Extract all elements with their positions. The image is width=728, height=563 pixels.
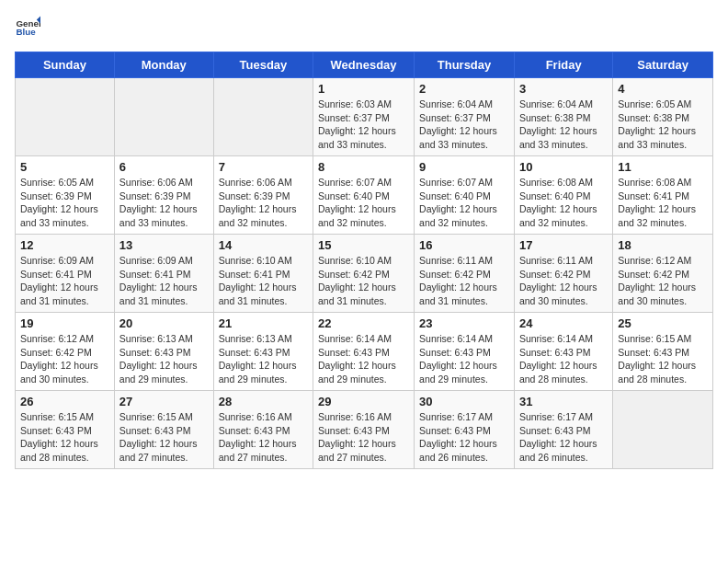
day-number: 25	[618, 316, 708, 330]
day-number: 5	[20, 160, 109, 174]
dow-header: Monday	[114, 52, 213, 78]
calendar-cell: 26Sunrise: 6:15 AMSunset: 6:43 PMDayligh…	[16, 391, 115, 469]
day-number: 14	[219, 238, 308, 252]
calendar-cell	[613, 391, 713, 469]
day-number: 23	[419, 316, 509, 330]
day-number: 28	[219, 395, 308, 408]
day-info: Sunrise: 6:11 AMSunset: 6:42 PMDaylight:…	[519, 254, 608, 308]
day-number: 7	[219, 160, 308, 174]
calendar-cell: 21Sunrise: 6:13 AMSunset: 6:43 PMDayligh…	[213, 313, 313, 391]
day-info: Sunrise: 6:09 AMSunset: 6:41 PMDaylight:…	[20, 254, 109, 308]
dow-header: Saturday	[613, 52, 713, 78]
day-info: Sunrise: 6:16 AMSunset: 6:43 PMDaylight:…	[318, 410, 409, 465]
calendar-cell: 3Sunrise: 6:04 AMSunset: 6:38 PMDaylight…	[514, 78, 612, 156]
calendar-cell: 5Sunrise: 6:05 AMSunset: 6:39 PMDaylight…	[16, 156, 115, 235]
day-number: 27	[119, 395, 209, 408]
calendar-cell: 20Sunrise: 6:13 AMSunset: 6:43 PMDayligh…	[114, 313, 213, 391]
day-number: 20	[119, 316, 209, 330]
calendar-cell	[213, 78, 313, 156]
logo: General Blue	[15, 15, 40, 40]
calendar-cell: 28Sunrise: 6:16 AMSunset: 6:43 PMDayligh…	[213, 391, 313, 469]
calendar-body: 1Sunrise: 6:03 AMSunset: 6:37 PMDaylight…	[16, 78, 713, 469]
calendar-cell: 9Sunrise: 6:07 AMSunset: 6:40 PMDaylight…	[415, 156, 515, 235]
day-number: 30	[419, 395, 509, 408]
day-number: 15	[318, 238, 409, 252]
calendar-cell: 31Sunrise: 6:17 AMSunset: 6:43 PMDayligh…	[514, 391, 612, 469]
calendar-table: SundayMondayTuesdayWednesdayThursdayFrid…	[15, 52, 713, 469]
calendar-cell: 13Sunrise: 6:09 AMSunset: 6:41 PMDayligh…	[114, 235, 213, 313]
calendar-cell: 15Sunrise: 6:10 AMSunset: 6:42 PMDayligh…	[313, 235, 415, 313]
day-info: Sunrise: 6:07 AMSunset: 6:40 PMDaylight:…	[419, 176, 509, 230]
day-number: 24	[519, 316, 608, 330]
day-info: Sunrise: 6:11 AMSunset: 6:42 PMDaylight:…	[419, 254, 509, 308]
day-info: Sunrise: 6:04 AMSunset: 6:38 PMDaylight:…	[519, 98, 608, 152]
day-info: Sunrise: 6:14 AMSunset: 6:43 PMDaylight:…	[318, 332, 409, 386]
day-number: 29	[318, 395, 409, 408]
logo-icon: General Blue	[15, 15, 40, 40]
dow-header: Wednesday	[313, 52, 415, 78]
day-info: Sunrise: 6:08 AMSunset: 6:41 PMDaylight:…	[618, 176, 708, 230]
calendar-cell: 29Sunrise: 6:16 AMSunset: 6:43 PMDayligh…	[313, 391, 415, 469]
day-info: Sunrise: 6:07 AMSunset: 6:40 PMDaylight:…	[318, 176, 409, 230]
day-number: 12	[20, 238, 109, 252]
day-info: Sunrise: 6:10 AMSunset: 6:42 PMDaylight:…	[318, 254, 409, 308]
dow-header: Tuesday	[213, 52, 313, 78]
day-info: Sunrise: 6:17 AMSunset: 6:43 PMDaylight:…	[419, 410, 509, 465]
day-info: Sunrise: 6:05 AMSunset: 6:39 PMDaylight:…	[20, 176, 109, 230]
page-header: General Blue	[15, 15, 713, 40]
dow-header: Friday	[514, 52, 612, 78]
calendar-cell: 12Sunrise: 6:09 AMSunset: 6:41 PMDayligh…	[16, 235, 115, 313]
day-number: 21	[219, 316, 308, 330]
day-info: Sunrise: 6:15 AMSunset: 6:43 PMDaylight:…	[119, 410, 209, 465]
day-info: Sunrise: 6:12 AMSunset: 6:42 PMDaylight:…	[618, 254, 708, 308]
day-number: 11	[618, 160, 708, 174]
day-info: Sunrise: 6:03 AMSunset: 6:37 PMDaylight:…	[318, 98, 409, 152]
calendar-cell: 10Sunrise: 6:08 AMSunset: 6:40 PMDayligh…	[514, 156, 612, 235]
day-number: 22	[318, 316, 409, 330]
day-info: Sunrise: 6:08 AMSunset: 6:40 PMDaylight:…	[519, 176, 608, 230]
calendar-cell: 30Sunrise: 6:17 AMSunset: 6:43 PMDayligh…	[415, 391, 515, 469]
day-number: 31	[519, 395, 608, 408]
day-number: 19	[20, 316, 109, 330]
day-info: Sunrise: 6:05 AMSunset: 6:38 PMDaylight:…	[618, 98, 708, 152]
day-number: 6	[119, 160, 209, 174]
calendar-cell: 23Sunrise: 6:14 AMSunset: 6:43 PMDayligh…	[415, 313, 515, 391]
day-info: Sunrise: 6:09 AMSunset: 6:41 PMDaylight:…	[119, 254, 209, 308]
day-number: 2	[419, 82, 509, 96]
calendar-cell: 4Sunrise: 6:05 AMSunset: 6:38 PMDaylight…	[613, 78, 713, 156]
calendar-cell: 2Sunrise: 6:04 AMSunset: 6:37 PMDaylight…	[415, 78, 515, 156]
calendar-cell: 1Sunrise: 6:03 AMSunset: 6:37 PMDaylight…	[313, 78, 415, 156]
day-info: Sunrise: 6:14 AMSunset: 6:43 PMDaylight:…	[519, 332, 608, 386]
calendar-cell: 11Sunrise: 6:08 AMSunset: 6:41 PMDayligh…	[613, 156, 713, 235]
calendar-cell: 7Sunrise: 6:06 AMSunset: 6:39 PMDaylight…	[213, 156, 313, 235]
calendar-cell: 18Sunrise: 6:12 AMSunset: 6:42 PMDayligh…	[613, 235, 713, 313]
day-info: Sunrise: 6:12 AMSunset: 6:42 PMDaylight:…	[20, 332, 109, 386]
day-number: 1	[318, 82, 409, 96]
day-number: 13	[119, 238, 209, 252]
day-number: 4	[618, 82, 708, 96]
calendar-cell: 24Sunrise: 6:14 AMSunset: 6:43 PMDayligh…	[514, 313, 612, 391]
calendar-cell: 14Sunrise: 6:10 AMSunset: 6:41 PMDayligh…	[213, 235, 313, 313]
calendar-header: SundayMondayTuesdayWednesdayThursdayFrid…	[16, 52, 713, 78]
day-number: 18	[618, 238, 708, 252]
dow-header: Sunday	[16, 52, 115, 78]
dow-header: Thursday	[415, 52, 515, 78]
day-info: Sunrise: 6:04 AMSunset: 6:37 PMDaylight:…	[419, 98, 509, 152]
svg-text:Blue: Blue	[16, 27, 36, 37]
calendar-cell: 6Sunrise: 6:06 AMSunset: 6:39 PMDaylight…	[114, 156, 213, 235]
day-info: Sunrise: 6:16 AMSunset: 6:43 PMDaylight:…	[219, 410, 308, 465]
calendar-cell: 17Sunrise: 6:11 AMSunset: 6:42 PMDayligh…	[514, 235, 612, 313]
day-info: Sunrise: 6:15 AMSunset: 6:43 PMDaylight:…	[618, 332, 708, 386]
day-number: 17	[519, 238, 608, 252]
day-info: Sunrise: 6:06 AMSunset: 6:39 PMDaylight:…	[119, 176, 209, 230]
day-info: Sunrise: 6:17 AMSunset: 6:43 PMDaylight:…	[519, 410, 608, 465]
calendar-cell	[16, 78, 115, 156]
day-info: Sunrise: 6:10 AMSunset: 6:41 PMDaylight:…	[219, 254, 308, 308]
calendar-cell	[114, 78, 213, 156]
day-number: 10	[519, 160, 608, 174]
calendar-cell: 27Sunrise: 6:15 AMSunset: 6:43 PMDayligh…	[114, 391, 213, 469]
day-number: 26	[20, 395, 109, 408]
day-number: 8	[318, 160, 409, 174]
day-info: Sunrise: 6:15 AMSunset: 6:43 PMDaylight:…	[20, 410, 109, 465]
day-info: Sunrise: 6:06 AMSunset: 6:39 PMDaylight:…	[219, 176, 308, 230]
